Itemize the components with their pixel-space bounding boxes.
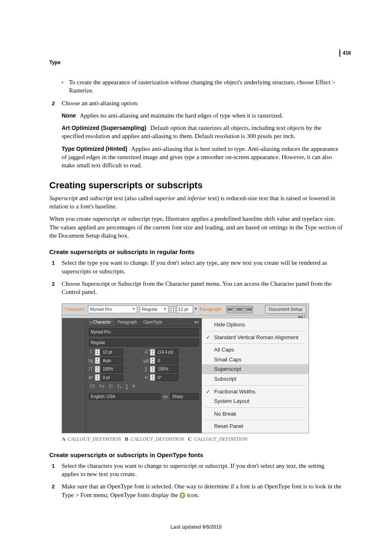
panel-font-family-dropdown[interactable]: Myriad Pro▼ (89, 328, 199, 336)
font-family-value: Myriad Pro (90, 306, 112, 312)
font-size-field[interactable]: T▲▼12 pt▼ (88, 349, 141, 356)
antialias-dropdown[interactable]: Sharp▼ (170, 393, 199, 400)
opentype-step-2-text-a: Make sure that an OpenType font is selec… (62, 483, 341, 498)
intro-bullet: • To create the appearance of rasterizat… (62, 78, 343, 95)
superscript-button[interactable]: T¹ (108, 384, 113, 390)
character-link[interactable]: Character: (65, 306, 85, 312)
callout-b-desc: CALLOUT_DEFINITION (131, 436, 184, 442)
panel-menu-icon[interactable]: ▾≡ (192, 318, 201, 326)
font-family-dropdown[interactable]: Myriad Pro ▼ (88, 305, 137, 313)
stepper-icon[interactable]: ▲▼ (95, 366, 100, 372)
leading-field[interactable]: A͞▲▼(14.4 pt)▼ (143, 349, 196, 356)
rotation-field[interactable]: ⟲▲▼0°▼ (143, 374, 196, 382)
panel-collapse-icon[interactable]: ◀◀ ✕ (297, 315, 306, 319)
baseline-value: 0 pt (103, 375, 110, 381)
font-size-value: 12 pt (178, 306, 188, 312)
menu-reset-panel[interactable]: Reset Panel (202, 421, 309, 431)
chapter-label: Type (49, 60, 60, 65)
hscale-field[interactable]: T̲▲▼100%▼ (143, 365, 196, 373)
stepper-icon[interactable]: ▲▼ (150, 374, 155, 381)
kerning-field[interactable]: VA̲▲▼Auto▼ (88, 357, 141, 365)
step-2-text: Choose an anti-aliasing option: (62, 99, 343, 107)
opentype-icon (180, 493, 185, 498)
chevron-down-icon: ▼ (180, 358, 183, 363)
paragraph-link[interactable]: Paragraph: (200, 306, 222, 312)
menu-subscript[interactable]: Subscript (202, 374, 309, 384)
baseline-shift-icon: Aª (88, 375, 94, 381)
font-size-value: 12 pt (103, 349, 112, 355)
menu-superscript[interactable]: Superscript (202, 364, 309, 374)
regular-step-1: 1 Select the type you want to change. If… (52, 259, 343, 275)
chevron-down-icon: ▼ (194, 394, 197, 399)
menu-standard-vertical-roman-alignment[interactable]: Standard Vertical Roman Alignment (202, 333, 309, 342)
tracking-value: 0 (158, 358, 160, 364)
baseline-shift-field[interactable]: Aª▲▼0 pt▼ (88, 374, 141, 382)
figure-caption: A CALLOUT_DEFINITION B CALLOUT_DEFINITIO… (62, 436, 343, 443)
hscale-value: 100% (158, 366, 168, 372)
subscript-button[interactable]: T₁ (117, 384, 122, 390)
opentype-step-2-text-b: icon. (187, 492, 199, 498)
font-size-control[interactable]: ▲▼ 12 pt ▼ (171, 305, 197, 313)
menu-hide-options[interactable]: Hide Options (202, 320, 309, 330)
menu-all-caps[interactable]: All Caps (202, 345, 309, 355)
heading-creating-superscripts: Creating superscripts or subscripts (49, 179, 343, 192)
allcaps-button[interactable]: TT (90, 384, 95, 390)
horizontal-scale-icon: T̲ (143, 366, 149, 372)
chevron-down-icon: ▼ (194, 340, 197, 345)
panel-font-style-dropdown[interactable]: Regular▼ (89, 339, 199, 347)
align-right-button[interactable] (244, 306, 253, 313)
language-dropdown[interactable]: English: USA▼ (89, 393, 161, 400)
stepper-icon[interactable]: ▲▼ (95, 357, 100, 364)
footer-last-updated: Last updated 6/5/2015 (49, 524, 343, 530)
character-panel-menu: Hide Options Standard Vertical Roman Ali… (202, 318, 309, 432)
font-style-value: Regular (142, 306, 158, 312)
stepper-icon[interactable]: ▲▼ (150, 366, 155, 372)
strikethrough-button[interactable]: T (132, 384, 135, 390)
align-left-button[interactable] (226, 306, 235, 313)
page-number: 416 (339, 49, 351, 57)
underline-button[interactable]: T (125, 384, 128, 390)
smallcaps-button[interactable]: Tᴛ (99, 384, 104, 390)
menu-small-caps[interactable]: Small Caps (202, 355, 309, 365)
figure-character-panel: Character: Myriad Pro ▼ Regular ▼ ▲▼ 12 … (62, 303, 343, 433)
vscale-field[interactable]: IT▲▼100%▼ (88, 365, 141, 373)
heading-regular-fonts: Create superscripts or subscripts in reg… (49, 248, 343, 256)
antialias-value: Sharp (172, 394, 183, 400)
def-art-term: Art Optimized (Supersampling) (62, 125, 146, 131)
intro-bullet-text: To create the appearance of rasterizatio… (69, 78, 343, 95)
callout-c-desc: CALLOUT_DEFINITION (194, 436, 248, 442)
document-setup-button[interactable]: Document Setup (265, 305, 306, 314)
menu-fractional-widths[interactable]: Fractional Widths (202, 387, 309, 397)
tab-paragraph[interactable]: Paragraph (114, 318, 140, 326)
stepper-icon[interactable]: ▲▼ (150, 349, 155, 356)
def-none-body: Applies no anti-aliasing and maintains t… (80, 112, 283, 119)
chevron-down-icon: ▼ (180, 375, 183, 380)
panel-font-family-value: Myriad Pro (91, 329, 111, 335)
svg-point-0 (180, 493, 184, 498)
menu-no-break[interactable]: No Break (202, 409, 309, 419)
intro-para-2: When you create superscript or subscript… (49, 215, 343, 240)
align-center-button[interactable] (235, 306, 244, 313)
chevron-down-icon: ▼ (180, 367, 183, 371)
menu-system-layout[interactable]: System Layout (202, 396, 309, 406)
step-number: 2 (52, 482, 62, 499)
stepper-icon[interactable]: ▲▼ (95, 374, 100, 381)
kerning-icon: VA̲ (88, 358, 94, 364)
tab-opentype[interactable]: OpenType (140, 318, 166, 326)
type-style-buttons: TT Tᴛ T¹ T₁ T T (86, 382, 201, 391)
regular-step-2-text: Choose Superscript or Subscript from the… (62, 280, 343, 296)
regular-step-1-text: Select the type you want to change. If y… (62, 259, 343, 275)
tab-character[interactable]: ◇ Character (86, 318, 114, 326)
term-superior: superior (154, 195, 175, 201)
tracking-field[interactable]: V͟A▲▼0▼ (143, 357, 196, 365)
step-number: 1 (52, 259, 62, 275)
character-panel: ◇ Character Paragraph OpenType ▾≡ Myriad… (86, 318, 202, 432)
stepper-icon[interactable]: ▲▼ (95, 349, 100, 356)
chevron-down-icon: ▼ (194, 330, 197, 334)
stepper-icon[interactable]: ▲▼ (171, 306, 176, 313)
font-style-dropdown[interactable]: Regular ▼ (140, 305, 168, 313)
heading-opentype-fonts: Create superscripts or subscripts in Ope… (49, 451, 343, 459)
vertical-scale-icon: IT (88, 366, 94, 372)
regular-step-2: 2 Choose Superscript or Subscript from t… (52, 280, 343, 296)
stepper-icon[interactable]: ▲▼ (150, 357, 155, 364)
